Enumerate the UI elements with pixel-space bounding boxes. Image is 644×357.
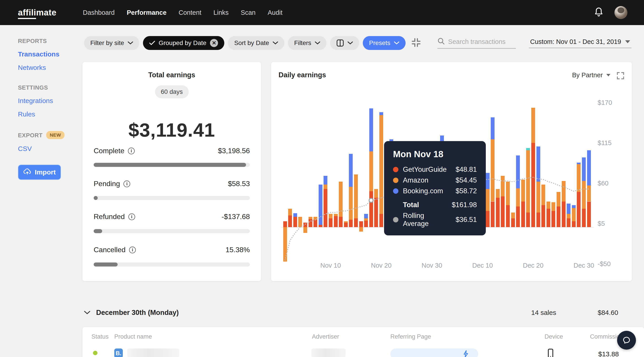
bar-segment[interactable] [293,217,297,227]
bar-segment[interactable] [354,174,358,218]
nav-audit[interactable]: Audit [268,9,282,16]
bar-segment[interactable] [496,189,500,198]
bar-segment[interactable] [359,221,363,227]
bar-segment[interactable] [572,205,576,208]
bar-segment[interactable] [324,176,328,185]
bar-segment[interactable] [374,189,378,198]
bar-segment[interactable] [577,164,580,192]
sidebar-item-transactions[interactable]: Transactions [18,50,82,58]
bar-segment[interactable] [329,218,332,227]
bar-segment[interactable] [334,214,338,216]
bar-segment[interactable] [324,189,328,227]
import-button[interactable]: Import [18,165,61,180]
bar-segment[interactable] [516,155,520,188]
sidebar-item-csv[interactable]: CSV [18,145,82,153]
bar-segment[interactable] [582,209,586,227]
product-name-redacted[interactable] [127,349,179,357]
bar-segment[interactable] [379,115,383,214]
bar-segment[interactable] [308,217,312,219]
bar-segment[interactable] [587,202,591,227]
bar-segment[interactable] [516,207,520,227]
bar-segment[interactable] [531,108,535,143]
bar-segment[interactable] [577,192,580,227]
bar-segment[interactable] [536,146,540,182]
bar-segment[interactable] [364,221,368,227]
bar-segment[interactable] [369,191,373,227]
bar-segment[interactable] [288,215,292,227]
nav-scan[interactable]: Scan [241,9,256,16]
bar-segment[interactable] [354,218,358,227]
bar-segment[interactable] [344,223,348,227]
bar-segment[interactable] [364,218,368,221]
bar-segment[interactable] [496,198,500,227]
info-icon[interactable]: i [128,148,135,154]
chat-button[interactable] [617,331,636,350]
bar-segment[interactable] [567,204,570,214]
bar-segment[interactable] [374,198,378,227]
bar-segment[interactable] [314,217,317,220]
bar-segment[interactable] [369,151,373,191]
fullscreen-icon[interactable] [616,71,625,81]
bar-segment[interactable] [587,150,591,185]
filter-by-site-dropdown[interactable]: Filter by site [84,36,140,50]
sort-by-date-dropdown[interactable]: Sort by Date [228,36,284,50]
bar-segment[interactable] [577,163,580,164]
bar-segment[interactable] [501,176,504,196]
bar-segment[interactable] [308,219,312,227]
period-chip[interactable]: 60 days [155,85,189,98]
chart-mode-dropdown[interactable]: By Partner [572,71,610,79]
bar-segment[interactable] [314,220,317,227]
info-icon[interactable]: i [128,213,135,220]
bar-segment[interactable] [552,202,555,211]
filters-dropdown[interactable]: Filters [288,36,326,50]
bar-segment[interactable] [349,220,353,227]
bar-segment[interactable] [536,182,540,212]
search-input[interactable] [448,38,513,45]
collapse-view-icon[interactable] [411,37,421,49]
bar-segment[interactable] [526,213,530,227]
bar-segment[interactable] [319,185,322,225]
presets-button[interactable]: Presets [363,36,406,50]
bar-segment[interactable] [541,185,545,205]
bar-segment[interactable] [298,217,302,227]
bar-segment[interactable] [567,218,570,227]
bar-segment[interactable] [324,185,328,189]
bar-segment[interactable] [506,205,510,227]
bar-segment[interactable] [572,208,576,221]
bar-segment[interactable] [491,139,494,202]
grouped-by-date-chip[interactable]: Grouped by Date ✕ [143,36,224,50]
bar-segment[interactable] [541,205,545,227]
bar-segment[interactable] [556,207,560,227]
bar-segment[interactable] [364,214,368,218]
nav-dashboard[interactable]: Dashboard [83,9,115,16]
bar-segment[interactable] [526,148,530,150]
bar-segment[interactable] [567,214,570,218]
bar-segment[interactable] [486,189,490,211]
bar-segment[interactable] [293,213,297,217]
bar-segment[interactable] [531,143,535,227]
sidebar-item-rules[interactable]: Rules [18,110,82,118]
info-icon[interactable]: i [129,247,136,253]
bar-segment[interactable] [536,213,540,227]
bar-segment[interactable] [304,223,307,227]
nav-content[interactable]: Content [178,9,202,16]
bar-segment[interactable] [546,209,550,227]
bar-segment[interactable] [334,216,338,227]
bar-segment[interactable] [283,221,287,227]
bar-segment[interactable] [556,192,560,207]
bar-segment[interactable] [339,217,342,227]
bar-segment[interactable] [582,181,586,209]
bar-segment[interactable] [552,211,555,227]
bar-segment[interactable] [511,213,515,218]
bar-segment[interactable] [339,182,342,217]
bar-segment[interactable] [288,209,292,215]
bar-segment[interactable] [283,227,287,262]
sidebar-item-networks[interactable]: Networks [18,64,82,71]
bar-segment[interactable] [359,227,363,232]
bar-segment[interactable] [521,180,525,202]
bar-segment[interactable] [516,188,520,207]
referring-page-link[interactable] [390,349,478,357]
bar-segment[interactable] [582,157,586,181]
bar-segment[interactable] [572,221,576,227]
bar-segment[interactable] [344,221,348,223]
